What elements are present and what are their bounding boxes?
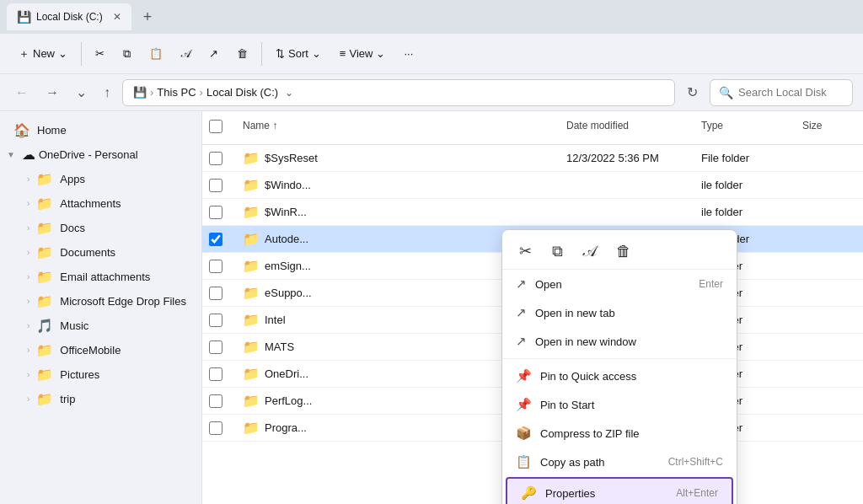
sidebar-item-documents[interactable]: › 📁 Documents — [7, 240, 201, 265]
main-area: 🏠 Home ▼ ☁ OneDrive - Personal › 📁 Apps … — [0, 111, 863, 504]
ctx-item-label: Pin to Start — [540, 399, 594, 411]
refresh-button[interactable]: ↻ — [682, 81, 703, 104]
up-button[interactable]: ↑ — [99, 82, 115, 104]
sidebar-chevron-icon: › — [27, 199, 29, 208]
row-checkbox[interactable] — [209, 340, 222, 354]
path-this-pc[interactable]: This PC — [157, 86, 196, 99]
file-explorer-tab[interactable]: 💾 Local Disk (C:) ✕ — [7, 3, 131, 30]
row-size-cell — [796, 361, 863, 387]
row-checkbox[interactable] — [209, 314, 222, 327]
row-checkbox[interactable] — [209, 367, 222, 381]
row-checkbox[interactable] — [209, 287, 222, 300]
row-size-cell — [796, 334, 863, 360]
ctx-item-pin-quick[interactable]: 📌 Pin to Quick access — [502, 362, 737, 390]
ctx-item-properties[interactable]: 🔑 Properties Alt+Enter — [506, 477, 733, 504]
row-checkbox[interactable] — [209, 152, 222, 165]
ctx-item-open[interactable]: ↗ Open Enter — [502, 270, 737, 298]
sidebar-chevron-icon: › — [27, 394, 29, 404]
sidebar-item-docs[interactable]: › 📁 Docs — [7, 216, 201, 240]
header-checkbox[interactable] — [202, 115, 236, 141]
folder-icon: 📁 — [243, 312, 260, 328]
sidebar-item-officemobile[interactable]: › 📁 OfficeMobile — [7, 338, 201, 362]
search-input[interactable] — [738, 86, 844, 99]
share-button[interactable]: ↗ — [201, 42, 227, 65]
ctx-item-copy-path[interactable]: 📋 Copy as path Ctrl+Shift+C — [502, 448, 737, 476]
sidebar-item-label: Apps — [60, 173, 85, 185]
row-checkbox[interactable] — [209, 233, 222, 246]
row-name: eSuppo... — [265, 287, 312, 299]
ctx-rename-button[interactable]: 𝒜 — [576, 239, 603, 264]
sidebar-item-pictures[interactable]: › 📁 Pictures — [7, 362, 201, 387]
sidebar-onedrive[interactable]: ▼ ☁ OneDrive - Personal — [0, 142, 201, 167]
row-checkbox-cell — [202, 388, 236, 414]
view-icon: ≡ — [340, 47, 346, 60]
address-chevron-button[interactable]: ⌄ — [281, 83, 297, 102]
view-button[interactable]: ≡ View ⌄ — [331, 42, 394, 65]
folder-icon: 📁 — [243, 366, 260, 382]
copy-button[interactable]: ⧉ — [115, 42, 139, 66]
sidebar-item-label: Docs — [60, 222, 85, 234]
sort-button[interactable]: ⇅ Sort ⌄ — [267, 42, 330, 65]
ctx-item-open-window[interactable]: ↗ Open in new window — [502, 327, 737, 356]
ctx-item-compress[interactable]: 📦 Compress to ZIP file — [502, 419, 737, 448]
row-size-cell — [796, 415, 863, 441]
ctx-item-open-tab[interactable]: ↗ Open in new tab — [502, 298, 737, 327]
row-name: MATS — [265, 340, 294, 353]
folder-icon: 📁 — [243, 420, 260, 436]
select-all-checkbox[interactable] — [209, 120, 222, 133]
row-checkbox[interactable] — [209, 394, 222, 408]
new-tab-button[interactable]: + — [137, 5, 159, 29]
more-button[interactable]: ··· — [395, 42, 421, 65]
delete-button[interactable]: 🗑 — [228, 42, 256, 65]
header-type[interactable]: Type — [694, 115, 796, 141]
sidebar-item-music[interactable]: › 🎵 Music — [7, 314, 201, 338]
sidebar-item-microsoft-edge-drop-files[interactable]: › 📁 Microsoft Edge Drop Files — [7, 289, 201, 314]
ctx-item-shortcut: Enter — [699, 278, 723, 290]
file-header: Name ↑ Date modified Type Size — [202, 111, 863, 145]
sidebar-item-attachments[interactable]: › 📁 Attachments — [7, 191, 201, 216]
new-button[interactable]: ＋ New ⌄ — [10, 41, 76, 67]
address-path[interactable]: 💾 › This PC › Local Disk (C:) ⌄ — [122, 79, 675, 106]
header-size[interactable]: Size — [796, 115, 863, 141]
share-icon: ↗ — [209, 47, 218, 60]
back-button[interactable]: ← — [10, 82, 34, 104]
row-checkbox-cell — [202, 145, 236, 171]
folder-icon: 📁 — [243, 393, 260, 409]
header-modified[interactable]: Date modified — [560, 115, 694, 141]
sidebar-item-home[interactable]: 🏠 Home — [0, 118, 201, 142]
paste-button[interactable]: 📋 — [141, 42, 171, 65]
table-row[interactable]: 📁 $Windo... ile folder — [202, 172, 863, 199]
cut-button[interactable]: ✂ — [87, 42, 113, 65]
header-name[interactable]: Name ↑ — [236, 115, 560, 141]
ctx-item-pin-start[interactable]: 📌 Pin to Start — [502, 390, 737, 419]
row-checkbox[interactable] — [209, 179, 222, 192]
table-row[interactable]: 📁 $WinR... ile folder — [202, 199, 863, 226]
ctx-copy-button[interactable]: ⧉ — [545, 239, 570, 264]
search-box[interactable]: 🔍 — [710, 79, 853, 106]
sidebar-item-label: Email attachments — [60, 271, 150, 283]
path-icon: 💾 — [133, 86, 147, 99]
tab-close-button[interactable]: ✕ — [113, 11, 121, 23]
ctx-cut-button[interactable]: ✂ — [512, 239, 539, 264]
table-row[interactable]: 📁 $SysReset 12/3/2022 5:36 PM File folde… — [202, 145, 863, 172]
rename-button[interactable]: 𝒜 — [173, 42, 199, 66]
sidebar-item-email-attachments[interactable]: › 📁 Email attachments — [7, 265, 201, 289]
sidebar-item-apps[interactable]: › 📁 Apps — [7, 167, 201, 191]
row-name: Intel — [265, 314, 286, 326]
ctx-delete-button[interactable]: 🗑 — [609, 239, 638, 264]
row-checkbox[interactable] — [209, 206, 222, 219]
row-checkbox-cell — [202, 253, 236, 279]
sidebar-item-label: Microsoft Edge Drop Files — [60, 295, 186, 308]
row-checkbox[interactable] — [209, 421, 222, 435]
sort-chevron-icon: ⌄ — [312, 47, 321, 60]
row-modified-cell — [560, 199, 694, 225]
view-label: View — [349, 47, 373, 60]
path-local-disk[interactable]: Local Disk (C:) — [206, 86, 278, 99]
row-checkbox[interactable] — [209, 260, 222, 273]
sidebar-chevron-icon: › — [27, 346, 29, 355]
row-size-cell — [796, 307, 863, 333]
forward-button[interactable]: → — [40, 82, 64, 104]
sidebar-item-trip[interactable]: › 📁 trip — [7, 387, 201, 411]
address-bar: ← → ⌄ ↑ 💾 › This PC › Local Disk (C:) ⌄ … — [0, 74, 863, 111]
dropdown-button[interactable]: ⌄ — [71, 81, 92, 104]
